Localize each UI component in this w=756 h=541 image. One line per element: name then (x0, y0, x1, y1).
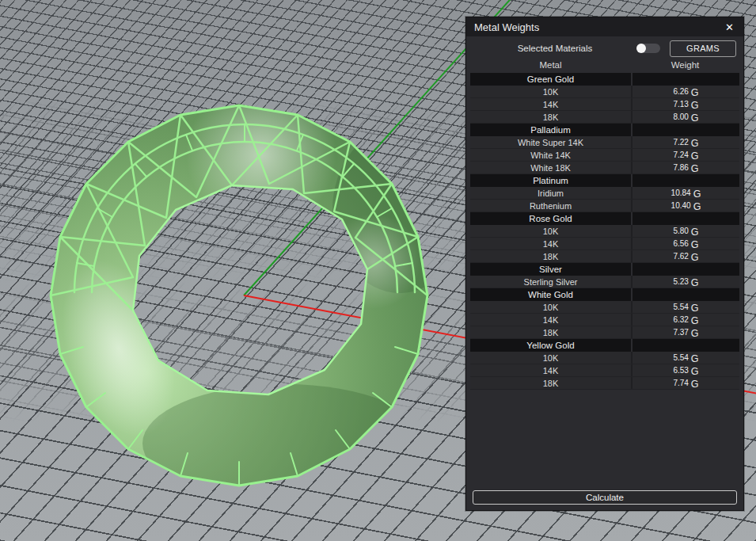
close-icon[interactable]: ✕ (724, 21, 735, 34)
metal-label: 10K (470, 301, 631, 314)
metal-label: 14K (470, 364, 631, 377)
metal-row[interactable]: Iridium10.84G (470, 187, 739, 200)
weight-number: 7.22 (673, 138, 688, 147)
metal-weights-table: Green Gold10K6.26G14K7.13G18K8.00GPallad… (470, 73, 739, 390)
weight-value: 10.40G (631, 200, 739, 211)
weight-unit: G (691, 366, 699, 377)
weight-unit: G (693, 201, 701, 212)
metal-label: 10K (470, 86, 631, 98)
ring-highlight-right (326, 214, 421, 309)
weight-unit: G (691, 87, 699, 98)
metal-row[interactable]: 14K6.56G (470, 238, 739, 250)
metal-label: 14K (470, 98, 631, 111)
selected-materials-label: Selected Materials (473, 44, 636, 53)
weight-number: 10.40 (671, 201, 691, 210)
metal-group-weight-cell (631, 339, 739, 352)
metal-label: 18K (470, 250, 631, 263)
toggle-knob (636, 44, 646, 53)
weight-number: 5.23 (673, 277, 688, 286)
3d-viewport[interactable]: Metal Weights ✕ Selected Materials GRAMS… (0, 0, 756, 541)
metal-group-name: Green Gold (470, 73, 631, 86)
metal-row[interactable]: 18K7.37G (470, 326, 739, 339)
weight-value: 7.62G (631, 250, 739, 262)
weight-number: 10.84 (671, 189, 691, 197)
weight-value: 5.54G (631, 352, 739, 364)
metal-weights-panel: Metal Weights ✕ Selected Materials GRAMS… (465, 17, 744, 511)
metal-row[interactable]: 14K6.32G (470, 314, 739, 326)
panel-spacer (466, 390, 743, 490)
metal-label: White 14K (470, 149, 631, 162)
metal-label: White 18K (470, 162, 631, 174)
weight-value: 8.00G (631, 111, 739, 123)
weight-unit: G (691, 138, 699, 149)
panel-titlebar[interactable]: Metal Weights ✕ (466, 17, 743, 36)
weight-number: 7.86 (673, 163, 688, 172)
metal-group-row[interactable]: Yellow Gold (470, 339, 739, 352)
metal-label: 10K (470, 225, 631, 238)
metal-group-weight-cell (631, 212, 739, 225)
unit-grams-button[interactable]: GRAMS (670, 40, 736, 57)
table-header-row: Metal Weight (466, 60, 743, 73)
weight-number: 6.56 (673, 239, 688, 248)
weight-unit: G (691, 239, 699, 250)
weight-number: 7.37 (673, 328, 688, 337)
metal-column-header: Metal (470, 60, 631, 73)
metal-group-row[interactable]: Green Gold (470, 73, 739, 86)
metal-group-weight-cell (631, 174, 739, 187)
weight-number: 8.00 (673, 112, 688, 121)
metal-row[interactable]: 10K6.26G (470, 86, 739, 98)
metal-label: 10K (470, 352, 631, 364)
weight-value: 5.23G (631, 276, 739, 288)
metal-row[interactable]: 14K7.13G (470, 98, 739, 111)
metal-row[interactable]: 14K6.53G (470, 364, 739, 377)
metal-row[interactable]: 18K8.00G (470, 111, 739, 124)
metal-label: 18K (470, 326, 631, 339)
selected-materials-toggle[interactable] (636, 44, 660, 53)
metal-group-row[interactable]: Palladium (470, 124, 739, 136)
metal-group-row[interactable]: Rose Gold (470, 212, 739, 225)
metal-group-weight-cell (631, 263, 739, 276)
weight-unit: G (691, 163, 699, 174)
weight-number: 5.80 (673, 227, 688, 235)
weight-number: 7.13 (673, 100, 688, 109)
weight-unit: G (691, 315, 699, 326)
metal-group-row[interactable]: Silver (470, 263, 739, 276)
metal-row[interactable]: Ruthenium10.40G (470, 200, 739, 212)
weight-unit: G (691, 112, 699, 124)
calculate-button-area: Calculate (466, 490, 743, 511)
weight-unit: G (691, 252, 699, 263)
weight-value: 6.56G (631, 238, 739, 250)
metal-row[interactable]: 10K5.54G (470, 352, 739, 364)
metal-row[interactable]: White Super 14K7.22G (470, 136, 739, 149)
weight-value: 7.86G (631, 162, 739, 173)
metal-group-name: Palladium (470, 124, 631, 136)
metal-label: Iridium (470, 187, 631, 200)
metal-row[interactable]: 10K5.54G (470, 301, 739, 314)
weight-value: 6.32G (631, 314, 739, 326)
weight-number: 5.54 (673, 353, 688, 362)
weight-unit: G (691, 150, 699, 162)
metal-group-name: White Gold (470, 288, 631, 301)
metal-label: White Super 14K (470, 136, 631, 149)
metal-group-name: Platinum (470, 174, 631, 187)
weight-value: 7.74G (631, 377, 739, 389)
metal-group-row[interactable]: Platinum (470, 174, 739, 187)
weight-unit: G (691, 303, 699, 314)
calculate-button[interactable]: Calculate (473, 490, 737, 505)
metal-label: 14K (470, 314, 631, 326)
weight-value: 6.53G (631, 364, 739, 376)
weight-number: 7.24 (673, 150, 688, 159)
weight-column-header: Weight (631, 60, 739, 73)
metal-row[interactable]: Sterling Silver5.23G (470, 276, 739, 288)
metal-group-name: Rose Gold (470, 212, 631, 225)
metal-row[interactable]: 18K7.74G (470, 377, 739, 390)
weight-value: 5.80G (631, 225, 739, 237)
metal-row[interactable]: 10K5.80G (470, 225, 739, 238)
metal-label: 18K (470, 111, 631, 124)
metal-row[interactable]: 18K7.62G (470, 250, 739, 263)
weight-value: 7.22G (631, 136, 739, 148)
weight-number: 7.74 (673, 379, 688, 387)
metal-row[interactable]: White 14K7.24G (470, 149, 739, 162)
metal-group-row[interactable]: White Gold (470, 288, 739, 301)
metal-row[interactable]: White 18K7.86G (470, 162, 739, 174)
